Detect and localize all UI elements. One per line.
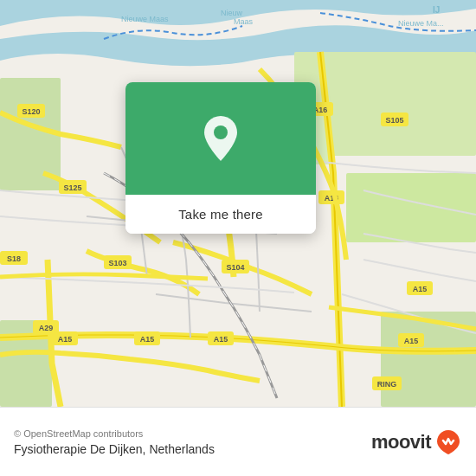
svg-text:A15: A15 — [413, 285, 428, 293]
svg-text:A15: A15 — [214, 335, 228, 344]
svg-text:S18: S18 — [7, 254, 21, 263]
footer: © OpenStreetMap contributors Fysiotherap… — [0, 407, 476, 476]
popup-header — [125, 82, 316, 195]
svg-text:S120: S120 — [22, 107, 40, 116]
map-container: Nieuwe Maas Nieuw Maas Nieuwe Ma... — [0, 0, 476, 407]
svg-text:A15: A15 — [58, 335, 73, 344]
svg-text:Nieuw: Nieuw — [221, 9, 243, 17]
location-pin-icon — [200, 114, 241, 163]
footer-info: © OpenStreetMap contributors Fysiotherap… — [14, 428, 215, 456]
svg-text:S105: S105 — [385, 116, 403, 125]
take-me-there-button[interactable]: Take me there — [125, 195, 316, 234]
svg-text:A15: A15 — [140, 335, 155, 344]
location-popup: Take me there — [125, 82, 316, 234]
svg-text:S125: S125 — [63, 183, 81, 192]
svg-text:S104: S104 — [226, 263, 244, 272]
svg-text:A15: A15 — [404, 337, 419, 345]
moovit-logo-text: moovit — [371, 431, 431, 453]
svg-text:RING: RING — [377, 380, 397, 389]
location-title: Fysiotherapie De Dijken, Netherlands — [14, 442, 215, 456]
svg-text:IJ: IJ — [433, 5, 440, 15]
svg-text:Nieuwe Ma...: Nieuwe Ma... — [398, 19, 444, 28]
moovit-logo-icon — [434, 428, 462, 456]
copyright-text: © OpenStreetMap contributors — [14, 428, 215, 439]
svg-text:Nieuwe Maas: Nieuwe Maas — [121, 15, 169, 23]
svg-text:A29: A29 — [39, 324, 54, 332]
moovit-logo: moovit — [371, 428, 462, 456]
svg-text:Maas: Maas — [234, 17, 254, 26]
svg-rect-7 — [346, 173, 476, 242]
svg-text:S103: S103 — [108, 259, 126, 267]
svg-point-44 — [214, 125, 228, 139]
